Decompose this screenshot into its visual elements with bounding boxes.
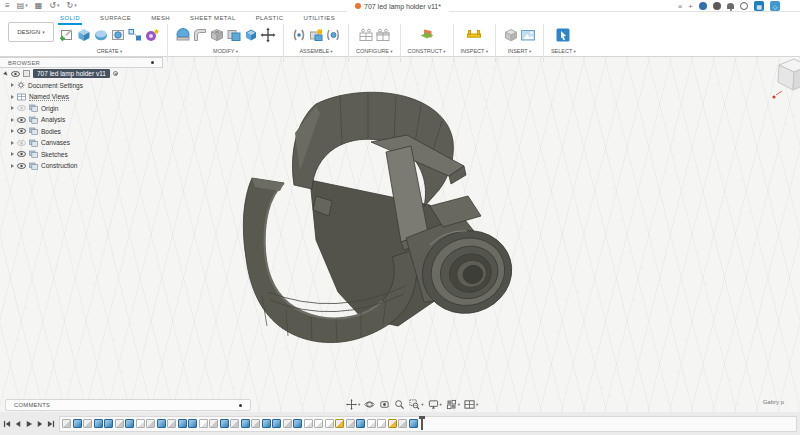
display-settings-icon[interactable]: ▾ <box>428 399 442 410</box>
zoom-window-icon[interactable]: ▾ <box>409 399 423 410</box>
timeline-feature-icon[interactable] <box>241 419 250 428</box>
insert-menu[interactable]: INSERT <box>508 48 532 54</box>
new-tab-icon[interactable]: + <box>688 2 693 11</box>
presence-icon[interactable] <box>713 2 721 10</box>
new-component-icon[interactable] <box>308 27 324 43</box>
create-sketch-icon[interactable] <box>59 27 75 43</box>
browser-item-document-settings[interactable]: Document Settings <box>0 80 163 92</box>
timeline-feature-icon[interactable] <box>188 419 197 428</box>
combine-icon[interactable] <box>226 27 242 43</box>
select-menu[interactable]: SELECT <box>551 48 576 54</box>
notifications-icon[interactable] <box>727 3 734 9</box>
browser-item-bodies[interactable]: Bodies <box>0 126 163 138</box>
extrude-icon[interactable] <box>76 27 92 43</box>
expand-arrow-icon[interactable] <box>11 164 14 168</box>
zoom-icon[interactable] <box>394 399 405 410</box>
browser-item-named-views[interactable]: Named Views <box>0 91 163 103</box>
skip-to-start-icon[interactable] <box>3 420 11 428</box>
visibility-eye-icon[interactable] <box>11 71 20 77</box>
canvas-icon[interactable] <box>520 27 536 43</box>
move-icon[interactable] <box>260 27 276 43</box>
timeline-feature-icon[interactable] <box>167 419 176 428</box>
grid-and-snaps-icon[interactable]: ▾ <box>446 399 460 410</box>
configure-menu[interactable]: CONFIGURE <box>356 48 393 54</box>
timeline-feature-icon[interactable] <box>220 419 229 428</box>
timeline-feature-icon[interactable] <box>157 419 166 428</box>
timeline-feature-icon[interactable] <box>272 419 281 428</box>
joint-icon[interactable] <box>291 27 307 43</box>
timeline-feature-icon[interactable] <box>115 419 124 428</box>
fillet-icon[interactable] <box>192 27 208 43</box>
browser-root-row[interactable]: 707 led lamp holder v11 <box>0 68 163 80</box>
timeline-feature-icon[interactable] <box>314 419 323 428</box>
timeline-position-marker[interactable] <box>421 417 423 430</box>
browser-item-construction[interactable]: Construction <box>0 160 163 172</box>
expand-arrow-icon[interactable] <box>11 152 14 156</box>
form-icon[interactable] <box>93 27 109 43</box>
browser-item-analysis[interactable]: Analysis <box>0 114 163 126</box>
orbit-icon[interactable] <box>364 399 375 410</box>
construct-menu[interactable]: CONSTRUCT <box>408 48 446 54</box>
timeline-feature-icon[interactable] <box>146 419 155 428</box>
workspace-selector[interactable]: DESIGN <box>8 22 54 42</box>
visibility-eye-icon[interactable] <box>17 128 26 134</box>
timeline-feature-icon[interactable] <box>377 419 386 428</box>
viewports-icon[interactable]: ▾ <box>464 399 478 410</box>
timeline-feature-icon[interactable] <box>367 419 376 428</box>
redo-icon[interactable]: ↻▾ <box>67 2 77 10</box>
skip-to-end-icon[interactable] <box>47 420 55 428</box>
modify-menu[interactable]: MODIFY <box>213 48 238 54</box>
assemble-menu[interactable]: ASSEMBLE <box>299 48 332 54</box>
visibility-eye-icon[interactable] <box>17 163 26 169</box>
comments-options-icon[interactable] <box>239 404 242 407</box>
expand-arrow-icon[interactable] <box>11 141 14 145</box>
step-forward-icon[interactable] <box>36 420 44 428</box>
timeline-feature-icon[interactable] <box>83 419 92 428</box>
timeline-feature-icon[interactable] <box>325 419 334 428</box>
timeline-feature-icon[interactable] <box>136 419 145 428</box>
close-tab-icon[interactable]: × <box>678 2 683 11</box>
timeline-feature-icon[interactable] <box>346 419 355 428</box>
timeline-feature-icon[interactable] <box>335 419 344 428</box>
expand-arrow-icon[interactable] <box>11 95 14 99</box>
timeline-feature-icon[interactable] <box>304 419 313 428</box>
pan-icon[interactable]: ▾ <box>346 399 360 410</box>
avatar-icon[interactable] <box>699 2 707 10</box>
inspect-menu[interactable]: INSPECT <box>461 48 488 54</box>
timeline-feature-icon[interactable] <box>125 419 134 428</box>
revolve-icon[interactable] <box>110 27 126 43</box>
offset-face-icon[interactable] <box>243 27 259 43</box>
job-status-icon[interactable]: ▦ <box>754 1 764 11</box>
file-menu-icon[interactable]: ▤▾ <box>17 2 28 10</box>
browser-item-canvases[interactable]: Canvases <box>0 137 163 149</box>
shell-icon[interactable] <box>209 27 225 43</box>
timeline-feature-icon[interactable] <box>251 419 260 428</box>
timeline-feature-icon[interactable] <box>262 419 271 428</box>
view-cube[interactable] <box>772 59 800 99</box>
browser-root-label[interactable]: 707 led lamp holder v11 <box>33 69 110 78</box>
extensions-icon[interactable]: ◇ <box>770 1 780 11</box>
save-icon[interactable]: ▦ <box>35 2 43 10</box>
timeline-feature-icon[interactable] <box>104 419 113 428</box>
configuration-table-icon[interactable] <box>375 27 391 43</box>
timeline-feature-icon[interactable] <box>209 419 218 428</box>
timeline-feature-icon[interactable] <box>409 419 418 428</box>
play-icon[interactable] <box>25 420 33 428</box>
timeline-feature-icon[interactable] <box>283 419 292 428</box>
visibility-eye-icon[interactable] <box>17 140 26 146</box>
timeline-feature-icon[interactable] <box>62 419 71 428</box>
undo-icon[interactable]: ↺▾ <box>49 2 59 10</box>
expand-arrow-icon[interactable] <box>11 118 14 122</box>
help-icon[interactable] <box>740 2 748 10</box>
activate-radio-icon[interactable] <box>113 71 118 76</box>
timeline-feature-icon[interactable] <box>94 419 103 428</box>
configuration-icon[interactable] <box>358 27 374 43</box>
timeline-track[interactable] <box>59 416 797 432</box>
timeline-feature-icon[interactable] <box>199 419 208 428</box>
expand-arrow-icon[interactable] <box>3 71 9 77</box>
measure-icon[interactable] <box>466 27 482 43</box>
press-pull-icon[interactable] <box>175 27 191 43</box>
timeline-feature-icon[interactable] <box>178 419 187 428</box>
as-built-joint-icon[interactable] <box>325 27 341 43</box>
comments-bar[interactable]: COMMENTS <box>5 399 251 411</box>
